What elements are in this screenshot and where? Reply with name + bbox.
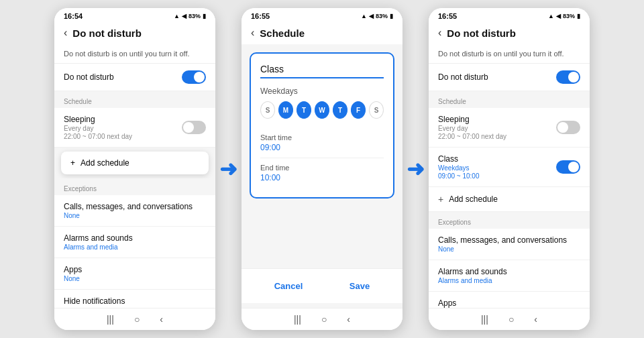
nav-bar-1: ||| ○ ‹ [54,308,215,330]
sleeping-sub1-1: Every day [64,125,132,132]
start-time-row[interactable]: Start time 09:00 [260,128,384,158]
end-time-label: End time [260,164,384,172]
alarms-sub-1: Alarms and media [64,243,133,251]
nav-bar-2: ||| ○ ‹ [241,308,402,330]
day-S2[interactable]: S [369,101,384,119]
sleeping-label-1: Sleeping [64,115,132,124]
exceptions-header-3: Exceptions [429,212,590,229]
apps-sub-1: None [64,275,82,282]
add-schedule-label-3: Add schedule [449,194,498,204]
plus-icon-3: + [438,194,443,205]
calls-sub-3: None [438,245,567,253]
class-sub1-3: Weekdays [438,164,479,172]
back-button-2[interactable]: ‹ [251,27,254,39]
start-time-value: 09:00 [260,143,384,152]
back-nav-btn-3[interactable]: ‹ [534,314,537,325]
add-schedule-label-1: Add schedule [80,158,129,168]
home-btn-1[interactable]: ○ [134,314,140,325]
class-sub2-3: 09:00 ~ 10:00 [438,172,479,180]
arrow2: ➜ [407,156,425,182]
add-schedule-3[interactable]: + Add schedule [429,187,590,212]
alarms-label-3: Alarms and sounds [438,267,507,276]
calls-label-1: Calls, messages, and conversations [64,202,193,211]
status-bar-3: 16:55 ▲ ◀ 83% ▮ [429,8,590,23]
recents-btn-2[interactable]: ||| [294,314,301,325]
sleeping-row-3[interactable]: Sleeping Every day 22:00 ~ 07:00 next da… [429,108,590,148]
exceptions-header-1: Exceptions [54,178,215,195]
calls-sub-1: None [64,212,193,219]
screen1: 16:54 ▲ ◀ 83% ▮ ‹ Do not disturb Do not … [54,8,215,330]
dnd-label-3: Do not disturb [438,72,488,82]
calls-row-3[interactable]: Calls, messages, and conversations None [429,229,590,260]
schedule-actions: Cancel Save [241,268,402,303]
top-bar-3: ‹ Do not disturb [429,23,590,44]
day-F[interactable]: F [351,101,366,119]
add-schedule-card-1[interactable]: + Add schedule [61,152,209,174]
hide-notifications-row-1[interactable]: Hide notifications [54,290,215,308]
end-time-value: 10:00 [260,173,384,182]
apps-label-1: Apps [64,265,82,274]
screen-title-1: Do not disturb [72,27,141,39]
status-icons-3: ▲ ◀ 83% ▮ [548,13,580,19]
sleeping-sub2-1: 22:00 ~ 07:00 next day [64,133,132,140]
recents-btn-1[interactable]: ||| [107,314,114,325]
sleeping-sub2-3: 22:00 ~ 07:00 next day [438,133,506,140]
end-time-row[interactable]: End time 10:00 [260,158,384,188]
day-T1[interactable]: T [297,101,311,119]
screen-title-2: Schedule [260,27,305,39]
back-nav-btn-1[interactable]: ‹ [160,314,163,325]
dnd-description-1: Do not disturb is on until you turn it o… [54,44,215,64]
cancel-button[interactable]: Cancel [261,277,317,295]
day-M[interactable]: M [278,101,293,119]
class-label-3: Class [438,154,479,164]
recents-btn-3[interactable]: ||| [481,314,488,325]
sleeping-sub1-3: Every day [438,125,506,132]
schedule-name-input[interactable] [260,64,384,78]
home-btn-2[interactable]: ○ [321,314,327,325]
back-nav-btn-2[interactable]: ‹ [347,314,350,325]
day-T2[interactable]: T [333,101,347,119]
alarms-sub-3: Alarms and media [438,277,507,284]
status-icons-2: ▲ ◀ 83% ▮ [361,13,393,19]
day-W[interactable]: W [315,101,329,119]
sleeping-label-3: Sleeping [438,115,506,124]
status-bar-2: 16:55 ▲ ◀ 83% ▮ [241,8,402,23]
apps-row-1[interactable]: Apps None [54,258,215,290]
time-3: 16:55 [438,12,457,20]
status-icons-1: ▲ ◀ 83% ▮ [174,13,206,19]
schedule-header-3: Schedule [429,91,590,108]
dnd-toggle-3[interactable] [556,70,580,84]
status-bar-1: 16:54 ▲ ◀ 83% ▮ [54,8,215,23]
start-time-label: Start time [260,133,384,142]
back-button-3[interactable]: ‹ [438,27,441,39]
calls-row-1[interactable]: Calls, messages, and conversations None [54,195,215,227]
arrow1: ➜ [219,156,237,182]
day-S1[interactable]: S [260,101,275,119]
alarms-label-1: Alarms and sounds [64,233,133,243]
alarms-row-3[interactable]: Alarms and sounds Alarms and media [429,260,590,292]
screen2: 16:55 ▲ ◀ 83% ▮ ‹ Schedule Weekdays S M … [241,8,402,330]
nav-bar-3: ||| ○ ‹ [429,308,590,330]
apps-label-3: Apps [438,298,456,308]
class-row-3[interactable]: Class Weekdays 09:00 ~ 10:00 [429,148,590,187]
dnd-toggle-1[interactable] [182,70,206,84]
sleeping-toggle-1[interactable] [182,121,206,134]
class-toggle-3[interactable] [556,160,580,174]
content-1: Do not disturb is on until you turn it o… [54,44,215,308]
save-button[interactable]: Save [336,277,383,295]
top-bar-1: ‹ Do not disturb [54,23,215,44]
back-button-1[interactable]: ‹ [64,27,67,39]
top-bar-2: ‹ Schedule [241,23,402,44]
dnd-toggle-row-1[interactable]: Do not disturb [54,64,215,91]
dnd-toggle-row-3[interactable]: Do not disturb [429,64,590,91]
time-1: 16:54 [64,12,83,20]
alarms-row-1[interactable]: Alarms and sounds Alarms and media [54,227,215,258]
home-btn-3[interactable]: ○ [508,314,514,325]
plus-icon-1: + [70,158,75,168]
sleeping-toggle-3[interactable] [556,121,580,134]
calls-label-3: Calls, messages, and conversations [438,235,567,245]
sleeping-row-1[interactable]: Sleeping Every day 22:00 ~ 07:00 next da… [54,108,215,148]
apps-row-3[interactable]: Apps None [429,292,590,308]
days-row: S M T W T F S [260,101,384,119]
dnd-label-1: Do not disturb [64,72,114,82]
